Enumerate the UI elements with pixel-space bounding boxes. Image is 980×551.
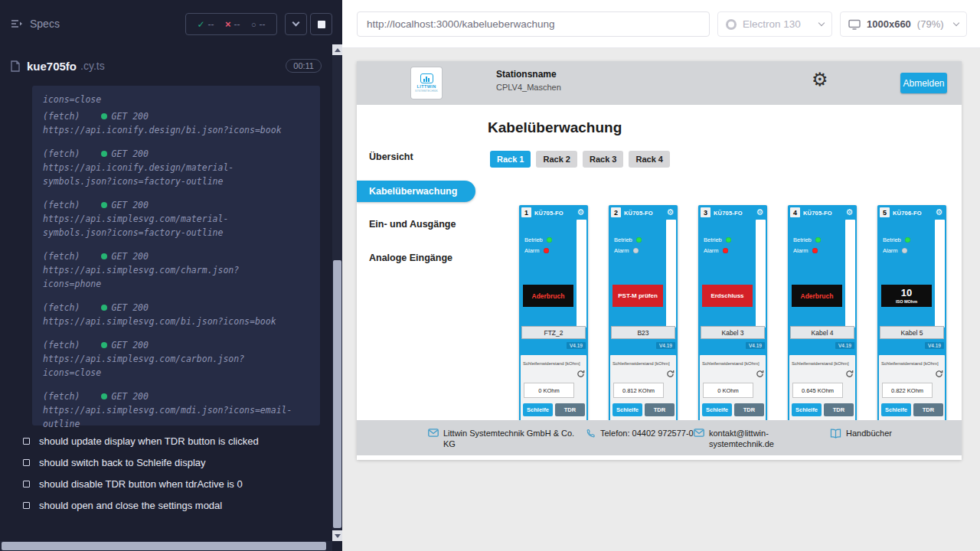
test-item[interactable]: should disable TDR button when tdrActive… (0, 473, 332, 494)
cable-name-field[interactable]: Kabel 4 (790, 326, 854, 339)
cable-name-field[interactable]: FTZ_2 (521, 326, 586, 339)
schleife-button[interactable]: Schleife (523, 403, 553, 416)
refresh-icon[interactable] (935, 370, 943, 378)
measurement-panel: Schleifenwiderstand [kOhm] 0.822 KOhm Sc… (879, 355, 945, 422)
tab-rack-3[interactable]: Rack 3 (583, 151, 623, 168)
url-input[interactable]: http://localhost:3000/kabelueberwachung (357, 11, 710, 37)
device-settings-gear-icon[interactable]: ⚙ (754, 207, 766, 218)
test-title: should disable TDR button when tdrActive… (39, 478, 243, 490)
device-settings-gear-icon[interactable]: ⚙ (844, 207, 855, 218)
device-settings-gear-icon[interactable]: ⚙ (933, 207, 945, 218)
screen: Specs ✓-- ×-- ○-- kue705fo .cy.ts 00:11 … (0, 0, 980, 551)
test-stats: ✓-- ×-- ○-- (185, 13, 277, 35)
log-url: icons=phone (43, 277, 309, 291)
betrieb-led (547, 237, 552, 243)
alarm-led (723, 248, 728, 253)
tdr-button[interactable]: TDR (913, 403, 943, 416)
tab-rack-4[interactable]: Rack 4 (629, 151, 669, 168)
tdr-button[interactable]: TDR (645, 403, 675, 416)
tdr-button[interactable]: TDR (555, 403, 585, 416)
nav-uebersicht[interactable]: Übersicht (357, 146, 474, 168)
refresh-icon[interactable] (577, 370, 585, 378)
alarm-label: Alarm (883, 247, 898, 254)
vertical-scroll-thumb[interactable] (333, 260, 341, 528)
log-entry[interactable]: (fetch)GET 200 https://api.simplesvg.com… (43, 198, 309, 240)
measurement-panel: Schleifenwiderstand [kOhm] 0 KOhm Schlei… (521, 355, 586, 422)
log-entry[interactable]: (fetch)GET 200 https://api.iconify.desig… (43, 109, 309, 137)
x-icon: × (225, 18, 231, 30)
tab-rack-2[interactable]: Rack 2 (536, 151, 577, 168)
scroll-up-button[interactable] (332, 44, 342, 55)
stat-passed: ✓-- (197, 19, 214, 30)
log-url: https://api.iconify.design/material- (43, 161, 309, 174)
logout-button[interactable]: Abmelden (900, 73, 947, 93)
horizontal-scrollbar[interactable] (0, 541, 332, 551)
spec-header[interactable]: kue705fo .cy.ts 00:11 (11, 59, 322, 73)
log-entry[interactable]: (fetch)GET 200 https://api.iconify.desig… (43, 147, 309, 188)
betrieb-led (726, 237, 731, 243)
passed-count: -- (207, 19, 214, 30)
device-settings-gear-icon[interactable]: ⚙ (575, 207, 586, 218)
browser-selector[interactable]: Electron 130 (717, 11, 832, 37)
device-model: KÜ705-FO (803, 210, 832, 217)
scroll-down-button[interactable] (332, 530, 342, 541)
betrieb-label: Betrieb (704, 236, 722, 243)
test-item[interactable]: should open and close the settings modal (0, 494, 332, 516)
measurement-panel: Schleifenwiderstand [kOhm] 0.812 KOhm Sc… (610, 355, 676, 422)
tdr-button[interactable]: TDR (824, 403, 854, 416)
status-display: Aderbruch (523, 285, 573, 307)
test-runner-panel: Specs ✓-- ×-- ○-- kue705fo .cy.ts 00:11 … (0, 0, 342, 551)
footer-company[interactable]: Littwin Systemtechnik GmbH & Co. KG (428, 428, 580, 449)
schleife-button[interactable]: Schleife (792, 403, 822, 416)
alarm-led (633, 248, 639, 253)
nav-kabelueberwachung[interactable]: Kabelüberwachung (357, 181, 475, 202)
chevron-down-icon (292, 19, 300, 27)
status-dot-icon (101, 342, 107, 348)
nav-analoge-eingaenge[interactable]: Analoge Eingänge (357, 247, 474, 269)
phone-number: Telefon: 04402 972577-0 (600, 428, 698, 439)
viewport-icon (848, 19, 861, 30)
device-side-strip (845, 220, 855, 328)
alarm-led-row: Alarm (524, 247, 549, 254)
test-item[interactable]: should update display when TDR button is… (0, 430, 332, 452)
cable-name-field[interactable]: Kabel 3 (701, 326, 765, 339)
log-entry[interactable]: (fetch)GET 200 https://api.simplesvg.com… (43, 249, 309, 291)
schleife-button[interactable]: Schleife (612, 403, 642, 416)
log-entry[interactable]: (fetch)GET 200 https://api.simplesvg.com… (43, 390, 309, 431)
footer-manuals[interactable]: Handbücher (830, 428, 892, 439)
refresh-icon[interactable] (756, 370, 764, 378)
stop-run-button[interactable] (310, 13, 332, 35)
email-address: kontakt@littwin-systemtechnik.de (709, 428, 805, 449)
test-item[interactable]: should switch back to Schleife display (0, 452, 332, 473)
cable-name-field[interactable]: Kabel 5 (880, 326, 944, 339)
settings-gear-icon[interactable]: ⚙ (812, 70, 828, 89)
tab-rack-1[interactable]: Rack 1 (490, 151, 531, 168)
refresh-icon[interactable] (666, 370, 675, 378)
footer-email[interactable]: kontakt@littwin-systemtechnik.de (694, 428, 805, 449)
company-name: Littwin Systemtechnik GmbH & Co. KG (443, 428, 580, 449)
device-settings-gear-icon[interactable]: ⚙ (665, 207, 676, 218)
test-box-icon (23, 502, 30, 509)
tdr-button[interactable]: TDR (734, 403, 764, 416)
cable-name-field[interactable]: B23 (611, 326, 675, 339)
horizontal-scroll-thumb[interactable] (2, 542, 326, 550)
collapse-all-button[interactable] (285, 13, 307, 35)
status-dot-icon (101, 305, 107, 311)
device-model: KÜ706-FO (893, 210, 922, 217)
log-entry[interactable]: (fetch)GET 200 https://api.simplesvg.com… (43, 338, 309, 380)
specs-menu-button[interactable]: Specs (11, 18, 60, 30)
schleife-button[interactable]: Schleife (881, 403, 911, 416)
nav-ein-und-ausgaenge[interactable]: Ein- und Ausgänge (357, 214, 474, 235)
app-under-test: LITTWIN SYSTEMTECHNIK Stationsname CPLV4… (357, 61, 962, 460)
firmware-version: V4.19 (567, 342, 586, 349)
vertical-scrollbar[interactable] (332, 44, 342, 541)
viewport-selector[interactable]: 1000x660 (79%) (840, 11, 967, 37)
betrieb-label: Betrieb (524, 236, 543, 243)
log-entry[interactable]: (fetch)GET 200 https://api.simplesvg.com… (43, 301, 309, 328)
browser-toolbar: http://localhost:3000/kabelueberwachung … (342, 0, 980, 48)
display-mode-buttons: Schleife TDR (881, 403, 943, 416)
firmware-version: V4.19 (656, 342, 675, 349)
refresh-icon[interactable] (845, 370, 854, 378)
footer-phone[interactable]: Telefon: 04402 972577-0 (586, 428, 698, 439)
schleife-button[interactable]: Schleife (702, 403, 732, 416)
